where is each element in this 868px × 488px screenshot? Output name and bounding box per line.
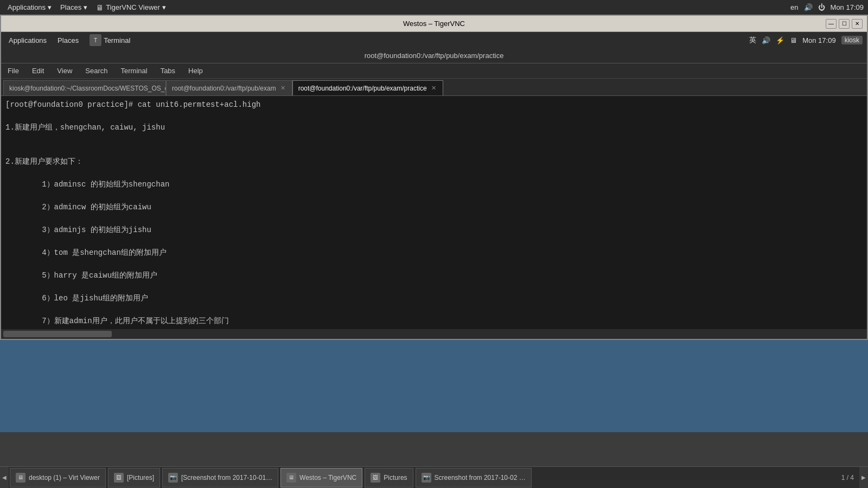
terminal-body[interactable]: [root@foundation0 practice]# cat unit6.p… [1, 96, 867, 329]
gnome-bar: Applications Places T Terminal 英 🔊 ⚡ 🖥 M… [1, 32, 867, 48]
taskbar-scroll-right[interactable]: ▶ [859, 467, 868, 489]
terminal-icon: T [90, 34, 101, 46]
terminal-menubar: File Edit View Search Terminal Tabs Help [1, 63, 867, 79]
scroll-area [1, 329, 867, 339]
terminal-line-5: 2）admincw 的初始组为caiwu [5, 203, 151, 211]
taskbar-scroll-left[interactable]: ◀ [0, 467, 9, 489]
chinese-icon-1: 英 [749, 35, 756, 45]
screenshot-icon-2: 📷 [422, 473, 431, 483]
tab-0-label: kiosk@foundation0:~/ClassroomDocs/WESTOS… [9, 85, 166, 92]
gnome-terminal-menu[interactable]: T Terminal [86, 33, 133, 47]
screenshot-icon-1: 📷 [168, 473, 178, 483]
os-places-menu[interactable]: Places ▾ [57, 2, 91, 12]
gnome-bar-left: Applications Places T Terminal [5, 33, 133, 47]
terminal-line-9: 6）leo 是jishu组的附加用户 [5, 294, 148, 303]
pictures-icon-2: 🖼 [371, 473, 380, 483]
bluetooth-icon: ⚡ [776, 36, 784, 44]
taskbar-item-1[interactable]: 🖼 [Pictures] [108, 468, 160, 487]
taskbar-page: 1 / 4 [841, 474, 859, 481]
terminal-titlebar: root@foundation0:/var/ftp/pub/exam/pract… [1, 48, 867, 63]
menu-edit[interactable]: Edit [30, 66, 46, 76]
kiosk-badge: kiosk [841, 36, 863, 44]
tab-1-label: root@foundation0:/var/ftp/pub/exam [172, 85, 276, 92]
menu-terminal[interactable]: Terminal [119, 66, 150, 76]
terminal-line-1: 1.新建用户组，shengchan, caiwu, jishu [5, 123, 165, 132]
tab-1[interactable]: root@foundation0:/var/ftp/pub/exam ✕ [166, 80, 292, 95]
os-datetime: Mon 17:09 [831, 3, 864, 11]
taskbar-item-0-label: desktop (1) – Virt Viewer [29, 474, 100, 481]
taskbar: ◀ 🖥 desktop (1) – Virt Viewer 🖼 [Picture… [0, 466, 868, 488]
gnome-places-menu[interactable]: Places [54, 35, 82, 46]
pictures-icon-1: 🖼 [114, 473, 124, 483]
os-lang-label: en [790, 3, 798, 11]
vnc-window: Westos – TigerVNC — ☐ ✕ Applications Pla… [0, 15, 868, 340]
os-viewer-label: TigerVNC Viewer [106, 3, 160, 11]
taskbar-item-1-label: [Pictures] [127, 474, 154, 481]
taskbar-item-4[interactable]: 🖼 Pictures [365, 468, 413, 487]
terminal-line-prompt1: [root@foundation0 practice]# cat unit6.p… [5, 100, 260, 109]
os-viewer-menu[interactable]: 🖥 TigerVNC Viewer ▾ [93, 2, 169, 13]
tab-2-close[interactable]: ✕ [430, 85, 437, 92]
tab-1-close[interactable]: ✕ [279, 85, 286, 92]
os-places-label: Places [60, 3, 81, 11]
menu-file[interactable]: File [5, 66, 21, 76]
terminal-line-8: 5）harry 是caiwu组的附加用户 [5, 271, 157, 280]
terminal-line-7: 4）tom 是shengchan组的附加用户 [5, 248, 167, 257]
taskbar-item-2[interactable]: 📷 [Screenshot from 2017-10-01… [162, 468, 278, 487]
vnc-window-title: Westos – TigerVNC [403, 20, 465, 28]
tab-2-label: root@foundation0:/var/ftp/pub/exam/pract… [298, 85, 427, 92]
vnc-taskbar-icon: 🖥 [286, 473, 296, 483]
gnome-bar-right: 英 🔊 ⚡ 🖥 Mon 17:09 kiosk [749, 35, 863, 45]
taskbar-item-0[interactable]: 🖥 desktop (1) – Virt Viewer [10, 468, 106, 487]
taskbar-item-5-label: Screenshot from 2017-10-02 … [435, 474, 526, 481]
terminal-line-10: 7）新建admin用户，此用户不属于以上提到的三个部门 [5, 317, 229, 325]
tab-0[interactable]: kiosk@foundation0:~/ClassroomDocs/WESTOS… [3, 80, 166, 95]
system-bar: Applications ▾ Places ▾ 🖥 TigerVNC Viewe… [0, 0, 868, 15]
menu-help[interactable]: Help [186, 66, 205, 76]
taskbar-item-3[interactable]: 🖥 Westos – TigerVNC [280, 468, 362, 487]
tab-2[interactable]: root@foundation0:/var/ftp/pub/exam/pract… [292, 80, 443, 95]
vnc-close-button[interactable]: ✕ [852, 19, 863, 29]
volume-icon: 🔊 [804, 3, 813, 11]
menu-view[interactable]: View [55, 66, 74, 76]
system-bar-left: Applications ▾ Places ▾ 🖥 TigerVNC Viewe… [4, 2, 169, 13]
terminal-line-6: 3）adminjs 的初始组为jishu [5, 226, 151, 234]
vnc-minimize-button[interactable]: — [826, 19, 837, 29]
desktop-area [0, 340, 868, 432]
taskbar-items: 🖥 desktop (1) – Virt Viewer 🖼 [Pictures]… [9, 467, 841, 489]
vnc-maximize-button[interactable]: ☐ [839, 19, 850, 29]
menu-tabs[interactable]: Tabs [158, 66, 177, 76]
menu-search[interactable]: Search [83, 66, 110, 76]
os-applications-menu[interactable]: Applications ▾ [4, 2, 55, 12]
terminal-line-4: 1）adminsc 的初始组为shengchan [5, 180, 169, 189]
taskbar-item-4-label: Pictures [384, 474, 407, 481]
volume-icon: 🔊 [762, 36, 770, 44]
chevron-down-icon: ▾ [162, 3, 166, 11]
gnome-terminal-label: Terminal [104, 36, 130, 44]
taskbar-item-5[interactable]: 📷 Screenshot from 2017-10-02 … [416, 468, 532, 487]
system-bar-right: en 🔊 ⏻ Mon 17:09 [790, 3, 864, 11]
chevron-down-icon: ▾ [84, 3, 87, 11]
network-icon: 🖥 [790, 36, 797, 44]
gnome-applications-label: Applications [9, 36, 47, 44]
virt-viewer-icon: 🖥 [16, 473, 25, 483]
gnome-applications-menu[interactable]: Applications [5, 35, 50, 46]
terminal-title: root@foundation0:/var/ftp/pub/exam/pract… [365, 52, 504, 60]
vnc-icon: 🖥 [96, 3, 104, 12]
tabs-bar: kiosk@foundation0:~/ClassroomDocs/WESTOS… [1, 79, 867, 96]
os-applications-label: Applications [8, 3, 46, 11]
taskbar-item-2-label: [Screenshot from 2017-10-01… [181, 474, 272, 481]
vnc-titlebar: Westos – TigerVNC — ☐ ✕ [1, 16, 867, 32]
chevron-down-icon: ▾ [48, 3, 52, 11]
power-icon: ⏻ [818, 3, 825, 11]
gnome-datetime: Mon 17:09 [802, 36, 835, 44]
scroll-thumb[interactable] [3, 331, 112, 337]
terminal-line-3: 2.新建用户要求如下： [5, 157, 83, 166]
taskbar-item-3-label: Westos – TigerVNC [299, 474, 356, 481]
gnome-places-label: Places [58, 36, 79, 44]
vnc-titlebar-buttons: — ☐ ✕ [826, 19, 863, 29]
